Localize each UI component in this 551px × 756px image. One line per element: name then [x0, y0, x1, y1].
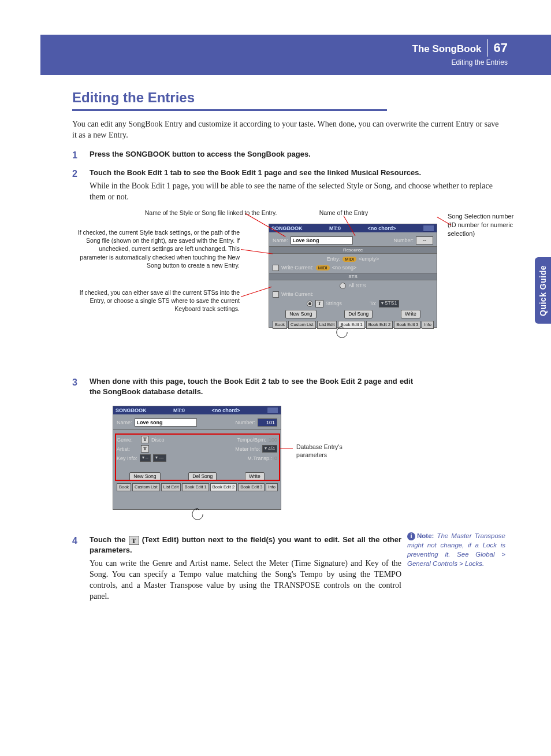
screenshot-book-edit-1: SONGBOOK MT:0 <no chord> Name: Love Song… — [269, 224, 437, 328]
tab-book[interactable]: Book — [117, 483, 131, 491]
write-current-sts-checkbox[interactable] — [273, 291, 279, 298]
tab-custom-list[interactable]: Custom List — [132, 483, 160, 491]
loop-arrow-icon — [191, 507, 204, 520]
step-number: 3 — [72, 376, 77, 389]
step-1-bold: Press the SONGBOOK button to access the … — [90, 149, 505, 160]
leader-line — [241, 287, 272, 297]
leader-line — [279, 449, 293, 449]
header-title: The SongBook — [412, 43, 482, 56]
number-field[interactable]: 101 — [258, 418, 277, 427]
step-3: 3 When done with this page, touch the Bo… — [72, 376, 505, 527]
scr1-tabs: Book Custom List List Edit Book Edit 1 B… — [270, 321, 435, 329]
scr1-mt: MT:0 — [329, 224, 341, 232]
callout-linked-file: Name of the Style or Song file linked to… — [130, 209, 292, 217]
note-label: Note: — [417, 532, 434, 539]
side-tab-quick-guide: Quick Guide — [535, 257, 551, 324]
tab-list-edit[interactable]: List Edit — [317, 321, 337, 329]
tab-book-edit-2[interactable]: Book Edit 2 — [210, 483, 237, 491]
sts-to-label: To: — [370, 300, 377, 307]
number-label: Number: — [393, 237, 414, 244]
menu-icon[interactable] — [423, 225, 434, 232]
tab-info[interactable]: Info — [266, 483, 278, 491]
tab-custom-list[interactable]: Custom List — [288, 321, 316, 329]
step-3-bold: When done with this page, touch the Book… — [90, 376, 413, 396]
del-song-button[interactable]: Del Song — [344, 310, 373, 318]
text-edit-icon[interactable]: T — [315, 300, 323, 307]
step-number: 2 — [72, 168, 77, 180]
step-1: 1 Press the SONGBOOK button to access th… — [72, 149, 505, 160]
step-number: 1 — [72, 149, 77, 162]
scr2-titlebar: SONGBOOK MT:0 <no chord> — [113, 406, 281, 414]
callout-write-resource: If checked, the current Style track sett… — [72, 228, 240, 269]
step-2-body: While in the Book Edit 1 page, you will … — [90, 181, 502, 203]
page-header: The SongBook 67 Editing the Entries — [412, 39, 508, 67]
tab-info[interactable]: Info — [422, 321, 434, 329]
name-label: Name: — [117, 419, 132, 426]
figure-1-area: Name of the Style or Song file linked to… — [90, 209, 505, 359]
highlight-box — [115, 433, 280, 481]
write-current-label: Write Current: — [281, 264, 314, 271]
entry-label: Entry: — [327, 255, 341, 262]
number-label: Number: — [235, 419, 255, 426]
callout-number: Song Selection number (ID number for num… — [448, 212, 517, 238]
loop-arrow-icon — [335, 325, 349, 338]
title-rule — [72, 109, 387, 111]
sts-name: Strings — [326, 300, 342, 307]
write-current-value: <no song> — [332, 264, 357, 271]
scr2-mt: MT:0 — [173, 406, 185, 414]
tab-book-edit-2[interactable]: Book Edit 2 — [366, 321, 393, 329]
all-sts-radio[interactable] — [340, 283, 346, 289]
name-field[interactable]: Love Song — [291, 236, 353, 244]
step-4-body: You can write the Genre and Artist name.… — [90, 558, 401, 602]
callout-db-params: Database Entry's parameters — [296, 443, 360, 459]
figure-2-area: SONGBOOK MT:0 <no chord> Name: Love song… — [90, 402, 505, 527]
page-number: 67 — [487, 39, 508, 57]
scr2-tabs: Book Custom List List Edit Book Edit 1 B… — [114, 483, 280, 491]
page-title: Editing the Entries — [72, 88, 505, 107]
scr2-title: SONGBOOK — [116, 406, 147, 414]
section-sts: STS — [269, 273, 437, 280]
name-field[interactable]: Love song — [135, 418, 197, 427]
callout-write-sts: If checked, you can either save all the … — [72, 288, 240, 313]
page: The SongBook 67 Editing the Entries Quic… — [0, 0, 551, 756]
new-song-button[interactable]: New Song — [285, 310, 316, 318]
write-current-resource-checkbox[interactable] — [273, 265, 279, 271]
step-2: 2 Touch the Book Edit 1 tab to see the B… — [72, 168, 505, 359]
scr2-chord: <no chord> — [211, 406, 240, 414]
note-box: iNote: The Master Transpose might not ch… — [407, 531, 505, 568]
tab-book[interactable]: Book — [273, 321, 287, 329]
write-button[interactable]: Write — [401, 310, 420, 318]
tab-book-edit-3[interactable]: Book Edit 3 — [238, 483, 265, 491]
header-accent-block — [40, 35, 81, 75]
intro-text: You can edit any SongBook Entry and cust… — [72, 119, 502, 141]
tab-book-edit-1[interactable]: Book Edit 1 — [182, 483, 209, 491]
midi-pill-icon: MIDI — [342, 257, 356, 262]
step-number: 4 — [72, 535, 77, 547]
scr1-chord: <no chord> — [367, 224, 396, 232]
name-label: Name: — [273, 237, 288, 244]
info-icon: i — [407, 532, 415, 540]
all-sts-label: All STS — [348, 282, 366, 289]
section-resource: Resource — [269, 246, 437, 254]
header-subtitle: Editing the Entries — [412, 58, 508, 67]
number-field[interactable]: -- — [416, 236, 433, 244]
sts-target-dropdown[interactable]: STS1 — [379, 300, 399, 307]
text-edit-icon: T — [129, 536, 139, 545]
entry-value: <empty> — [359, 255, 379, 262]
step-4-bold: Touch the T (Text Edit) button next to t… — [90, 535, 401, 555]
step-2-bold: Touch the Book Edit 1 tab to see the Boo… — [90, 168, 505, 178]
tab-book-edit-3[interactable]: Book Edit 3 — [394, 321, 420, 329]
menu-icon[interactable] — [267, 407, 278, 414]
write-current-sts-label: Write Current: — [281, 291, 314, 298]
tab-list-edit[interactable]: List Edit — [161, 483, 181, 491]
single-sts-radio[interactable] — [307, 301, 313, 307]
midi-pill-icon: MIDI — [316, 265, 330, 270]
